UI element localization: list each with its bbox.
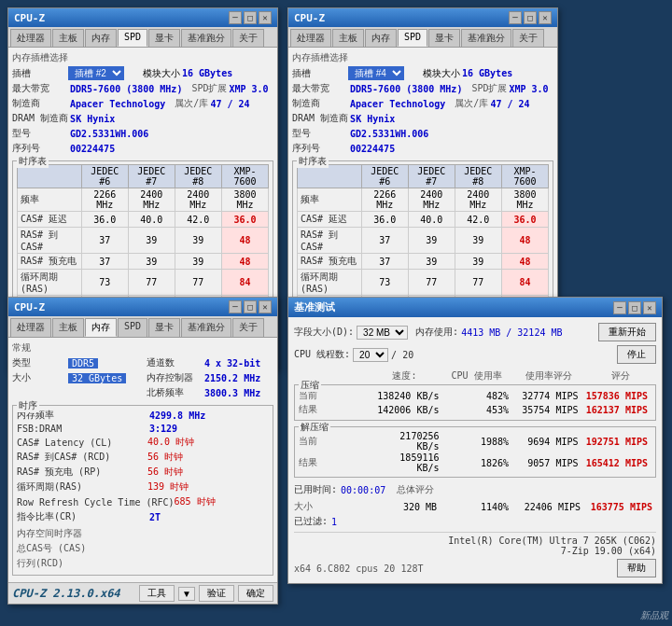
- tab-cpu-2[interactable]: 处理器: [290, 29, 331, 47]
- close-btn-bench[interactable]: ✕: [643, 301, 656, 314]
- rascas-row-1: RAS# 到CAS# 37 39 39 48: [18, 228, 269, 254]
- close-btn-2[interactable]: ✕: [539, 11, 552, 24]
- part-row-1: 型号 GD2.5331WH.006: [12, 127, 273, 140]
- rp-row-3: RAS# 预充电 (RP) 56 时钟: [17, 466, 269, 479]
- tab-mem-2[interactable]: 内存: [365, 29, 397, 47]
- timings-title-1: 时序表: [17, 155, 49, 168]
- cycle-label-cell-2: 循环周期(RAS): [298, 270, 362, 296]
- bandwidth-row-2: 最大带宽 DDR5-7600 (3800 MHz) SPD扩展 XMP 3.0: [292, 82, 553, 95]
- minimize-btn-bench[interactable]: ─: [613, 301, 626, 314]
- minimize-btn-1[interactable]: ─: [229, 11, 242, 24]
- tab-mem-1[interactable]: 内存: [85, 29, 117, 47]
- slot-select-1[interactable]: 插槽 #2: [68, 66, 124, 80]
- raspre-row-2: RAS# 预充电 37 39 39 48: [298, 254, 549, 270]
- tab-mem-3[interactable]: 内存: [85, 318, 117, 337]
- freq-xmp-2: 3800 MHz: [501, 188, 548, 212]
- minimize-btn-3[interactable]: ─: [229, 300, 242, 313]
- tab-spd-1[interactable]: SPD: [118, 29, 147, 47]
- raspre-row-1: RAS# 预充电 37 39 39 48: [18, 254, 269, 270]
- tab-cpu-3[interactable]: 处理器: [10, 318, 51, 337]
- confirm-btn-3[interactable]: 确定: [238, 585, 273, 602]
- tab-about-1[interactable]: 关于: [232, 29, 264, 47]
- type-row-3: 类型 DDR5: [12, 356, 139, 369]
- tab-mb-2[interactable]: 主板: [332, 29, 364, 47]
- bench-content: 字段大小(D): 32 MB 内存使用: 4413 MB / 32124 MB …: [288, 317, 662, 583]
- type-label-3: 类型: [12, 356, 68, 369]
- tab-gpu-1[interactable]: 显卡: [148, 29, 180, 47]
- fsb-label-3: FSB:DRAM: [17, 424, 147, 434]
- raspre-jedec6-2: 37: [361, 254, 408, 270]
- restart-btn[interactable]: 重新开始: [598, 323, 656, 341]
- cycle-jedec7-2: 77: [408, 270, 455, 296]
- cpuz-window-3: CPU-Z ─ □ ✕ 处理器 主板 内存 SPD 显卡 基准跑分 关于 常规 …: [7, 297, 278, 605]
- addr-row-3: 内存空间时序器: [17, 527, 269, 540]
- ranks-label-2: 属次/库: [455, 97, 488, 110]
- maximize-btn-2[interactable]: □: [524, 11, 537, 24]
- freq-row-1: 频率 2266 MHz 2400 MHz 2400 MHz 3800 MHz: [18, 188, 269, 212]
- cycle-jedec6-2: 73: [361, 270, 408, 296]
- benchmark-window: 基准测试 ─ □ ✕ 字段大小(D): 32 MB 内存使用: 4413 MB …: [287, 297, 663, 584]
- tab-mb-1[interactable]: 主板: [52, 29, 84, 47]
- size-label2: 大小: [294, 500, 369, 513]
- col-jedec7-1: JEDEC #7: [128, 165, 175, 188]
- cycle-jedec8-1: 77: [175, 270, 221, 296]
- raspre-xmp-2: 48: [501, 254, 548, 270]
- size-value-3: 32 GBytes: [68, 373, 126, 383]
- footer-3: CPU-Z 2.13.0.x64 工具 ▼ 验证 确定: [8, 582, 277, 604]
- decompress-title: 解压缩: [299, 421, 330, 434]
- close-btn-3[interactable]: ✕: [259, 300, 272, 313]
- tab-bench-3[interactable]: 基准跑分: [181, 318, 231, 337]
- tab-about-2[interactable]: 关于: [512, 29, 544, 47]
- compress-current-mips: 32774 MIPS: [512, 391, 582, 401]
- mem-size-select[interactable]: 32 MB: [357, 326, 408, 340]
- ranks-value-1: 47 / 24: [210, 99, 249, 109]
- score-col-header: 评分: [584, 369, 656, 383]
- part-label-2: 型号: [292, 127, 348, 140]
- cr-value-3: 2T: [149, 512, 161, 522]
- controller-value-3: 2150.2 MHz: [204, 373, 260, 383]
- freq-jedec6-2: 2266 MHz: [361, 188, 408, 212]
- bandwidth-row-1: 最大带宽 DDR5-7600 (3800 MHz) SPD扩展 XMP 3.0: [12, 82, 273, 95]
- tab-spd-3[interactable]: SPD: [118, 318, 147, 337]
- tab-bench-1[interactable]: 基准跑分: [181, 29, 231, 47]
- tab-cpu-1[interactable]: 处理器: [10, 29, 51, 47]
- cas-jedec6-1: 36.0: [81, 212, 128, 228]
- tab-gpu-3[interactable]: 显卡: [148, 318, 180, 337]
- compress-current-cpu: 482%: [443, 391, 513, 401]
- col-header-empty-2: [298, 165, 362, 188]
- cpu-usage-col-header: CPU 使用率: [441, 369, 512, 383]
- tab-gpu-2[interactable]: 显卡: [428, 29, 460, 47]
- tools-btn-3[interactable]: 工具: [139, 585, 175, 602]
- tab-about-3[interactable]: 关于: [232, 318, 264, 337]
- nbfreq-value-3: 3800.3 MHz: [204, 388, 260, 398]
- module-size-label-1: 模块大小: [143, 67, 180, 80]
- tools-dropdown-3[interactable]: ▼: [178, 587, 195, 601]
- maximize-btn-bench[interactable]: □: [628, 301, 641, 314]
- mfr-row-1: 制造商 Apacer Technology 属次/库 47 / 24: [12, 97, 273, 110]
- dram-mfr-row-1: DRAM 制造商 SK Hynix: [12, 112, 273, 125]
- help-btn[interactable]: 帮助: [617, 559, 656, 577]
- rp-label-3: RAS# 预充电 (RP): [17, 466, 147, 479]
- tab-bench-2[interactable]: 基准跑分: [461, 29, 511, 47]
- rcd-value-3: 56 时钟: [147, 451, 183, 464]
- decompress-result-speed: 1859116 KB/s: [373, 452, 443, 473]
- close-btn-1[interactable]: ✕: [259, 11, 272, 24]
- tab-spd-2[interactable]: SPD: [398, 29, 427, 47]
- cas-row-2: CAS# 延迟 36.0 40.0 42.0 36.0: [298, 212, 549, 228]
- decompress-result-label: 结果: [299, 456, 373, 469]
- cas-xmp-1: 36.0: [221, 212, 268, 228]
- minimize-btn-2[interactable]: ─: [509, 11, 522, 24]
- threads-select[interactable]: 20: [353, 348, 388, 362]
- slot-select-2[interactable]: 插槽 #4: [348, 66, 404, 80]
- stop-btn[interactable]: 停止: [617, 345, 656, 364]
- validate-btn-3[interactable]: 验证: [199, 585, 234, 602]
- maximize-btn-1[interactable]: □: [244, 11, 257, 24]
- tab-mb-3[interactable]: 主板: [52, 318, 84, 337]
- footer-actions-3: 工具 ▼ 验证 确定: [139, 585, 273, 602]
- memfreq-row-3: 内存频率 4299.8 MHz: [17, 409, 269, 422]
- maximize-btn-3[interactable]: □: [244, 300, 257, 313]
- cycle-label-cell-1: 循环周期(RAS): [18, 270, 82, 296]
- rascas-jedec6-2: 37: [361, 228, 408, 254]
- size-mips: 22406 MIPS: [512, 502, 584, 512]
- rcd-label-3: RAS# 到CAS# (RCD): [17, 451, 147, 464]
